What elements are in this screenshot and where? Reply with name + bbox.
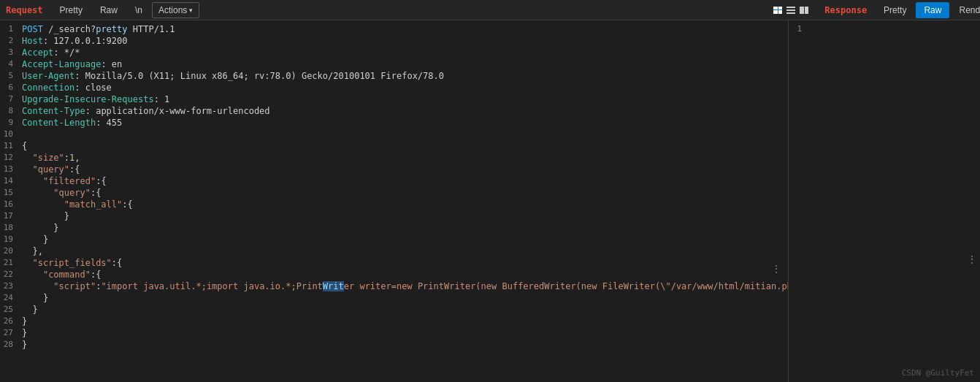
- code-line: 1: [789, 23, 980, 35]
- code-line: 27 }: [0, 327, 788, 339]
- tab-pretty-request[interactable]: Pretty: [52, 2, 91, 18]
- request-tab-group: Pretty Raw \n Actions ▾: [49, 2, 203, 18]
- request-code-area[interactable]: 1 POST /_search?pretty HTTP/1.1 2 Host: …: [0, 20, 788, 382]
- line-num: 16: [0, 199, 22, 210]
- code-line: 22 "command":{: [0, 269, 788, 280]
- request-section-label: Request: [0, 5, 49, 15]
- line-num: 8: [0, 105, 22, 117]
- line-content: Connection: close: [22, 82, 788, 93]
- line-num: 7: [0, 93, 22, 105]
- line-content: [22, 129, 788, 140]
- line-content: Accept-Language: en: [22, 58, 788, 70]
- line-content: }: [22, 339, 788, 351]
- grid-view-icon[interactable]: [772, 6, 784, 15]
- line-num: 18: [0, 222, 22, 234]
- line-content: [811, 23, 980, 35]
- line-content: "filtered":{: [22, 175, 788, 187]
- response-section-label: Response: [819, 5, 873, 15]
- code-line: 23 "script":"import java.util.*;import j…: [0, 280, 788, 292]
- actions-request-button[interactable]: Actions ▾: [152, 2, 199, 18]
- line-content: "match_all":{: [22, 199, 788, 210]
- code-line: 18 }: [0, 222, 788, 234]
- line-num: 15: [0, 187, 22, 199]
- code-line: 12 "size":1,: [0, 152, 788, 164]
- line-num: 14: [0, 175, 22, 187]
- response-tab-group: Pretty Raw Render \n Actions ▾: [873, 2, 980, 18]
- line-content: Content-Type: application/x-www-form-url…: [22, 105, 788, 117]
- line-num: 6: [0, 82, 22, 93]
- code-line: 14 "filtered":{: [0, 175, 788, 187]
- code-line: 3 Accept: */*: [0, 47, 788, 58]
- chevron-down-icon: ▾: [189, 7, 193, 14]
- code-line: 15 "query":{: [0, 187, 788, 199]
- main-content: 1 POST /_search?pretty HTTP/1.1 2 Host: …: [0, 20, 980, 382]
- line-num: 28: [0, 339, 22, 351]
- watermark: CSDN @GuiltyFet: [902, 368, 974, 378]
- tab-raw-request[interactable]: Raw: [92, 2, 126, 18]
- line-num: 4: [0, 58, 22, 70]
- tab-render-response[interactable]: Render: [951, 2, 980, 18]
- code-line: 28 }: [0, 339, 788, 351]
- line-content: {: [22, 140, 788, 152]
- line-content: POST /_search?pretty HTTP/1.1: [22, 23, 788, 35]
- line-num: 5: [0, 70, 22, 82]
- line-num: 23: [0, 280, 22, 292]
- context-menu-dots-response[interactable]: ⋮: [967, 253, 977, 265]
- code-line: 17 }: [0, 210, 788, 222]
- line-content: "script":"import java.util.*;import java…: [22, 280, 788, 292]
- line-content: }: [22, 234, 788, 245]
- line-content: "size":1,: [22, 152, 788, 164]
- code-line: 20 },: [0, 245, 788, 257]
- line-num: 21: [0, 257, 22, 269]
- split-view-icon[interactable]: [798, 6, 810, 15]
- line-num: 11: [0, 140, 22, 152]
- code-line: 10: [0, 129, 788, 140]
- line-num: 25: [0, 304, 22, 316]
- code-line: 16 "match_all":{: [0, 199, 788, 210]
- code-line: 2 Host: 127.0.0.1:9200: [0, 35, 788, 47]
- line-num: 17: [0, 210, 22, 222]
- code-line: 19 }: [0, 234, 788, 245]
- code-line: 6 Connection: close: [0, 82, 788, 93]
- line-content: }: [22, 292, 788, 304]
- line-num: 1: [789, 23, 811, 35]
- line-num: 10: [0, 129, 22, 140]
- list-view-icon[interactable]: [785, 6, 797, 15]
- code-line: 9 Content-Length: 455: [0, 117, 788, 129]
- line-num: 1: [0, 23, 22, 35]
- code-line: 5 User-Agent: Mozilla/5.0 (X11; Linux x8…: [0, 70, 788, 82]
- line-content: "script_fields":{: [22, 257, 788, 269]
- line-content: "query":{: [22, 187, 788, 199]
- code-line: 7 Upgrade-Insecure-Requests: 1: [0, 93, 788, 105]
- line-num: 22: [0, 269, 22, 280]
- request-pane: 1 POST /_search?pretty HTTP/1.1 2 Host: …: [0, 20, 789, 382]
- tab-pretty-response[interactable]: Pretty: [876, 2, 914, 18]
- response-code-area[interactable]: 1: [789, 20, 980, 382]
- code-line: 8 Content-Type: application/x-www-form-u…: [0, 105, 788, 117]
- line-num: 2: [0, 35, 22, 47]
- code-line: 4 Accept-Language: en: [0, 58, 788, 70]
- line-content: "query":{: [22, 164, 788, 175]
- line-content: Content-Length: 455: [22, 117, 788, 129]
- line-num: 26: [0, 316, 22, 327]
- code-line: 11 {: [0, 140, 788, 152]
- line-num: 24: [0, 292, 22, 304]
- line-content: }: [22, 316, 788, 327]
- tab-raw-response[interactable]: Raw: [916, 2, 949, 18]
- tab-ln-request[interactable]: \n: [127, 2, 150, 18]
- line-num: 27: [0, 327, 22, 339]
- response-pane: 1 ⋮ CSDN @GuiltyFet: [789, 20, 980, 382]
- code-line: 25 }: [0, 304, 788, 316]
- line-content: },: [22, 245, 788, 257]
- line-content: "command":{: [22, 269, 788, 280]
- code-line: 21 "script_fields":{: [0, 257, 788, 269]
- line-content: Host: 127.0.0.1:9200: [22, 35, 788, 47]
- top-bar: Request Pretty Raw \n Actions ▾ Response…: [0, 0, 980, 20]
- code-line: 13 "query":{: [0, 164, 788, 175]
- context-menu-dots-request[interactable]: ⋮: [771, 263, 782, 275]
- line-content: Accept: */*: [22, 47, 788, 58]
- line-num: 12: [0, 152, 22, 164]
- code-line: 24 }: [0, 292, 788, 304]
- line-content: }: [22, 304, 788, 316]
- code-line: 1 POST /_search?pretty HTTP/1.1: [0, 23, 788, 35]
